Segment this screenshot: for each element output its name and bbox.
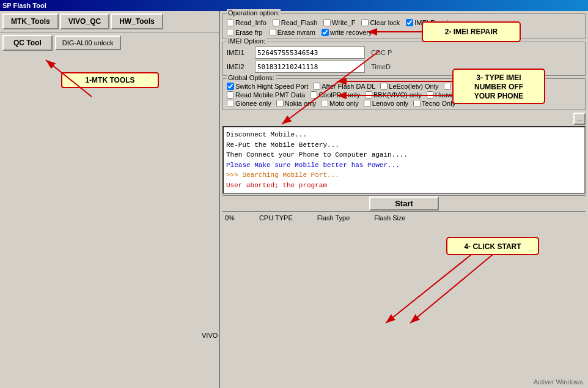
vivo-label: VIVO [202, 332, 218, 339]
log-line-1: Re-Put the Mobile Bettery... [226, 140, 582, 151]
flash-size-label: Flash Size [374, 214, 405, 222]
global-options-section: Global Options: Switch Hight Speed Port … [222, 78, 586, 110]
check-tecno[interactable]: Tecno Only [413, 100, 455, 107]
check-write-recovery[interactable]: write recovery [322, 29, 372, 36]
check-read-info[interactable]: Read_Info [227, 19, 266, 26]
check-read-pmt[interactable]: Read Mobile PMT Data [227, 91, 305, 99]
start-button-bar: Start [222, 195, 586, 211]
mtk-tools-button[interactable]: MTK_Tools [2, 13, 59, 29]
check-bbk-vivo[interactable]: BBK(VIVO) only [365, 91, 422, 99]
imei1-input[interactable] [255, 47, 365, 59]
watermark-text: Activer Windows [534, 378, 583, 386]
log-line-5: User aborted; the program [226, 181, 582, 191]
time-label: TimeD [371, 63, 391, 70]
cdc-label: CDC P [371, 49, 392, 56]
op-checkboxes-row1: Read_Info Read_Flash Write_F Clear lock … [227, 19, 581, 26]
progress-pct: 0% [225, 214, 235, 222]
svg-line-19 [410, 255, 493, 323]
annotation-1: 1-MTK TOOLS [61, 72, 159, 88]
imei-options-section: IMEI Option: IMEI1 CDC P IMEI2 TimeD [222, 42, 586, 76]
check-redmi[interactable]: RedMi Only [444, 83, 487, 90]
start-button[interactable]: Start [369, 196, 439, 211]
second-row-buttons: QC Tool DIG-AL00 unlock [0, 32, 219, 53]
log-toolbar: ... [222, 113, 586, 125]
check-meitu[interactable]: meitu only [478, 91, 517, 99]
op-checkboxes-row2: Erase frp Erase nvram write recovery [227, 29, 581, 36]
qc-tool-button[interactable]: QC Tool [2, 35, 53, 51]
hw-tools-button[interactable]: HW_Tools [111, 13, 163, 29]
title-bar: SP Flash Tool [0, 0, 588, 11]
log-line-2: Then Connect your Phone to Computer agai… [226, 150, 582, 160]
imei-options-label: IMEI Option: [227, 37, 266, 45]
flash-type-label: Flash Type [317, 214, 350, 222]
operation-options-label: Operation option: [227, 9, 281, 17]
right-panel-wrapper: Operation option: Read_Info Read_Flash W… [220, 11, 588, 388]
log-line-3: Please Make sure Mobile better has Power… [226, 160, 582, 171]
top-tab-buttons: MTK_Tools VIVO_QC HW_Tools [0, 11, 219, 32]
right-panel: Operation option: Read_Info Read_Flash W… [220, 11, 588, 226]
log-line-4: >>> Searching Mobile Port... [226, 170, 582, 181]
check-switch-high-speed[interactable]: Switch Hight Speed Port [227, 83, 308, 90]
bottom-status: 0% CPU TYPE Flash Type Flash Size [222, 211, 586, 223]
imei1-row: IMEI1 CDC P [227, 47, 581, 59]
global-options-label: Global Options: [227, 74, 276, 81]
check-erase-frp[interactable]: Erase frp [227, 29, 263, 36]
check-moto[interactable]: Moto only [321, 100, 359, 107]
vivo-qc-button[interactable]: VIVO_QC [60, 13, 109, 29]
scroll-button[interactable]: ... [573, 113, 586, 125]
check-gionee[interactable]: Gionee only [227, 100, 271, 107]
svg-line-18 [386, 255, 471, 323]
check-write-f[interactable]: Write_F [323, 19, 355, 26]
check-letv[interactable]: LeEco(letv) Only [380, 83, 438, 90]
svg-text:4- CLICK START: 4- CLICK START [464, 242, 521, 251]
check-nokia[interactable]: Nokia only [276, 100, 316, 107]
check-oppo[interactable]: OPPO Only [492, 83, 535, 90]
check-erase-nvram[interactable]: Erase nvram [269, 29, 315, 36]
check-lenovo[interactable]: Lenovo only [364, 100, 408, 107]
cpu-type-label: CPU TYPE [259, 214, 293, 222]
svg-rect-16 [447, 237, 538, 255]
global-row-3: Gionee only Nokia only Moto only Lenovo … [227, 100, 581, 107]
imei1-label: IMEI1 [227, 49, 251, 56]
title-bar-text: SP Flash Tool [2, 2, 46, 9]
global-row-1: Switch Hight Speed Port After Flash DA D… [227, 83, 581, 90]
log-area: Disconnect Mobile... Re-Put the Mobile B… [222, 126, 586, 194]
check-huawei[interactable]: Huawei Only [427, 91, 473, 99]
dig-unlock-button[interactable]: DIG-AL00 unlock [55, 35, 121, 50]
check-read-flash[interactable]: Read_Flash [273, 19, 317, 26]
log-line-0: Disconnect Mobile... [226, 130, 582, 140]
operation-options-section: Operation option: Read_Info Read_Flash W… [222, 13, 586, 39]
imei2-input[interactable] [255, 61, 365, 73]
imei2-label: IMEI2 [227, 63, 251, 70]
imei2-row: IMEI2 TimeD [227, 61, 581, 73]
check-clear-lock[interactable]: Clear lock [361, 19, 400, 26]
left-panel: MTK_Tools VIVO_QC HW_Tools QC Tool DIG-A… [0, 11, 220, 388]
check-coolpda[interactable]: CoolPDA only [310, 91, 360, 99]
check-imei-repair[interactable]: IMEI Repair [406, 19, 450, 26]
check-after-flash[interactable]: After Flash DA DL [313, 83, 375, 90]
global-row-2: Read Mobile PMT Data CoolPDA only BBK(VI… [227, 91, 581, 99]
